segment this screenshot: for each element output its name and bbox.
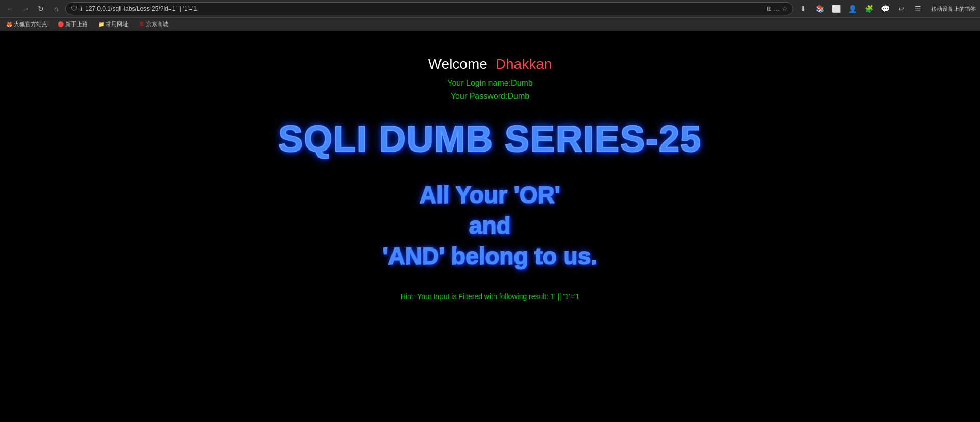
bookmark-newuser-label: 新手上路 bbox=[65, 20, 88, 28]
jd-favicon: 京 bbox=[138, 21, 144, 28]
right-toolbar: ⬇ 📚 ⬜ 👤 🧩 💬 ↩ ☰ 移动设备上的书签 bbox=[796, 2, 976, 16]
extensions-button[interactable]: 🧩 bbox=[862, 2, 876, 16]
bookmarks-bar: 🦊 火狐官方站点 🔴 新手上路 📁 常用网址 京 京东商城 bbox=[0, 17, 980, 31]
browser-chrome: ← → ↻ ⌂ 🛡 ℹ 127.0.0.1/sqli-labs/Less-25/… bbox=[0, 0, 980, 31]
url-text[interactable]: 127.0.0.1/sqli-labs/Less-25/?id=1' || '1… bbox=[85, 5, 764, 12]
main-title: SQLI DUMB SERIES-25 bbox=[278, 118, 702, 160]
forward-button[interactable]: → bbox=[19, 3, 32, 15]
profile-button[interactable]: 👤 bbox=[845, 2, 860, 16]
bookmark-common[interactable]: 📁 常用网址 bbox=[96, 19, 130, 29]
address-bar[interactable]: 🛡 ℹ 127.0.0.1/sqli-labs/Less-25/?id=1' |… bbox=[65, 2, 793, 15]
bookmark-newuser[interactable]: 🔴 新手上路 bbox=[56, 19, 90, 29]
foxfire-favicon: 🦊 bbox=[6, 21, 12, 28]
undo-button[interactable]: ↩ bbox=[894, 2, 909, 16]
bookmark-jd[interactable]: 京 京东商城 bbox=[136, 19, 170, 29]
welcome-text: Welcome bbox=[428, 56, 487, 72]
home-button[interactable]: ⌂ bbox=[50, 3, 62, 15]
bookmark-jd-label: 京东商城 bbox=[146, 20, 168, 28]
info-icon: ℹ bbox=[80, 6, 82, 12]
sidebar-button[interactable]: ⬜ bbox=[829, 2, 843, 16]
bookmark-common-label: 常用网址 bbox=[106, 20, 128, 28]
welcome-line: Welcome Dhakkan bbox=[428, 56, 552, 72]
common-favicon: 📁 bbox=[98, 21, 104, 28]
dhakkan-text: Dhakkan bbox=[496, 56, 552, 72]
newuser-favicon: 🔴 bbox=[58, 21, 64, 28]
subtitle-line2: and bbox=[383, 211, 598, 241]
subtitle: All Your 'OR' and 'AND' belong to us. bbox=[383, 180, 598, 271]
star-icon[interactable]: ☆ bbox=[782, 5, 788, 12]
nav-bar: ← → ↻ ⌂ 🛡 ℹ 127.0.0.1/sqli-labs/Less-25/… bbox=[0, 0, 980, 17]
password-display: Your Password:Dumb bbox=[447, 90, 533, 103]
address-bar-icons: ⊞ … ☆ bbox=[767, 5, 788, 12]
menu-button[interactable]: ☰ bbox=[911, 2, 925, 16]
chat-button[interactable]: 💬 bbox=[878, 2, 892, 16]
login-info: Your Login name:Dumb Your Password:Dumb bbox=[447, 77, 533, 103]
page-content: Welcome Dhakkan Your Login name:Dumb You… bbox=[0, 31, 980, 406]
login-name: Your Login name:Dumb bbox=[447, 77, 533, 90]
bookmark-foxfire[interactable]: 🦊 火狐官方站点 bbox=[4, 19, 50, 29]
library-button[interactable]: 📚 bbox=[813, 2, 827, 16]
mobile-bookmarks-label: 移动设备上的书签 bbox=[931, 5, 976, 13]
subtitle-line1: All Your 'OR' bbox=[383, 180, 598, 211]
shield-icon: 🛡 bbox=[71, 5, 77, 12]
download-button[interactable]: ⬇ bbox=[796, 2, 811, 16]
more-dots-icon: … bbox=[774, 5, 780, 12]
subtitle-line3: 'AND' belong to us. bbox=[383, 241, 598, 272]
grid-icon: ⊞ bbox=[767, 5, 772, 12]
bookmark-foxfire-label: 火狐官方站点 bbox=[14, 20, 47, 28]
back-button[interactable]: ← bbox=[4, 3, 16, 15]
hint-text: Hint: Your Input is Filtered with follow… bbox=[401, 292, 580, 301]
refresh-button[interactable]: ↻ bbox=[35, 3, 47, 15]
